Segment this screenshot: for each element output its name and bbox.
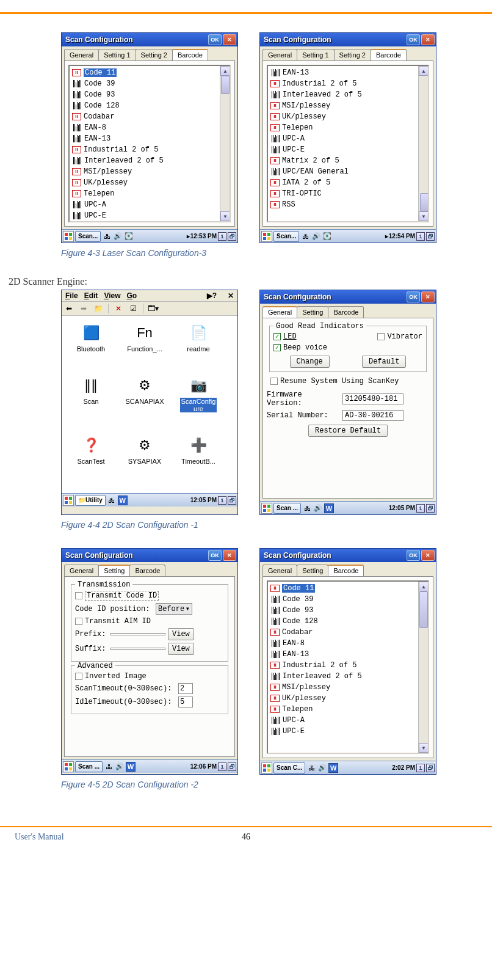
checkbox-inverted[interactable]: Inverted Image bbox=[75, 672, 224, 681]
menu-view[interactable]: View bbox=[104, 291, 120, 300]
taskbar-app[interactable]: Scan ... bbox=[75, 761, 103, 772]
ok-button[interactable]: OK bbox=[208, 550, 222, 561]
checkbox-beep[interactable]: ✓Beep voice bbox=[273, 343, 422, 352]
sip-button[interactable]: 1 bbox=[218, 496, 226, 505]
tray-word-icon[interactable]: W bbox=[328, 763, 338, 773]
tray-icon[interactable]: 🔊 bbox=[317, 763, 327, 773]
menu-go[interactable]: Go bbox=[127, 291, 137, 300]
list-item[interactable]: IIUK/plessey bbox=[269, 111, 427, 122]
list-item[interactable]: Code 39 bbox=[269, 594, 427, 605]
list-item[interactable]: IIUK/plessey bbox=[71, 177, 228, 188]
taskbar-app[interactable]: 📁 Utility bbox=[75, 495, 106, 506]
prefix-input[interactable] bbox=[110, 633, 165, 635]
file-icon[interactable]: 📄readme bbox=[172, 322, 225, 368]
desktop-button[interactable]: 🗗 bbox=[426, 504, 435, 513]
file-icon[interactable]: FnFunction_... bbox=[118, 322, 172, 368]
scroll-thumb[interactable] bbox=[420, 193, 429, 211]
close-button[interactable]: ✕ bbox=[421, 550, 435, 561]
scroll-up-icon[interactable]: ▲ bbox=[220, 66, 230, 76]
view-button[interactable]: View bbox=[168, 643, 194, 655]
start-icon[interactable] bbox=[63, 495, 74, 506]
scroll-down-icon[interactable]: ▼ bbox=[419, 743, 429, 753]
menu-file[interactable]: File bbox=[65, 291, 78, 300]
list-item[interactable]: UPC-E bbox=[269, 726, 427, 737]
up-icon[interactable]: 📁 bbox=[92, 303, 104, 314]
list-item[interactable]: IIMSI/plessey bbox=[269, 100, 427, 111]
tab-setting1[interactable]: Setting 1 bbox=[297, 49, 334, 60]
list-item[interactable]: IIRSS bbox=[269, 199, 427, 210]
close-button[interactable]: ✕ bbox=[223, 34, 236, 45]
tab-setting[interactable]: Setting bbox=[297, 306, 328, 318]
ok-button[interactable]: OK bbox=[407, 291, 420, 302]
file-icon[interactable]: ‖‖Scan bbox=[64, 375, 118, 428]
file-icon[interactable]: ➕TimeoutB... bbox=[172, 434, 225, 481]
menu-edit[interactable]: Edit bbox=[84, 291, 98, 300]
list-item[interactable]: IIMatrix 2 of 5 bbox=[269, 155, 427, 166]
sip-button[interactable]: 1 bbox=[416, 232, 425, 241]
file-icon[interactable]: ⚙SYSAPIAX bbox=[118, 434, 172, 481]
tray-icon[interactable]: 🖧 bbox=[104, 762, 114, 772]
tray-icon[interactable]: 🖧 bbox=[300, 232, 310, 241]
list-item[interactable]: EAN-13 bbox=[269, 649, 427, 660]
scrollbar[interactable]: ▲ ▼ bbox=[418, 582, 428, 753]
tray-icon[interactable]: 🔊 bbox=[113, 232, 123, 241]
tab-barcode[interactable]: Barcode bbox=[328, 306, 364, 318]
close-button[interactable]: ✕ bbox=[223, 550, 236, 561]
tab-setting[interactable]: Setting bbox=[98, 565, 130, 576]
list-item[interactable]: IICodabar bbox=[71, 111, 228, 122]
desktop-button[interactable]: 🗗 bbox=[426, 232, 435, 241]
tab-general[interactable]: General bbox=[64, 49, 99, 60]
checkbox-transmit-aim[interactable]: Transmit AIM ID bbox=[75, 617, 224, 626]
sip-button[interactable]: 1 bbox=[416, 764, 425, 772]
list-item[interactable]: IITelepen bbox=[71, 188, 228, 199]
list-item[interactable]: Code 93 bbox=[71, 89, 228, 100]
list-item[interactable]: Code 39 bbox=[71, 78, 228, 89]
tray-word-icon[interactable]: W bbox=[324, 503, 334, 513]
idletimeout-input[interactable]: 5 bbox=[178, 697, 193, 708]
list-item[interactable]: IIUK/plessey bbox=[269, 693, 427, 704]
start-icon[interactable] bbox=[261, 231, 272, 242]
list-item[interactable]: UPC-E bbox=[269, 144, 427, 155]
scantimeout-input[interactable]: 2 bbox=[178, 683, 193, 694]
desktop-button[interactable]: 🗗 bbox=[426, 764, 435, 772]
taskbar-app[interactable]: Scan ... bbox=[273, 503, 301, 514]
tray-icon[interactable]: 🖧 bbox=[107, 495, 117, 505]
view-button[interactable]: View bbox=[168, 628, 194, 640]
list-item[interactable]: UPC-A bbox=[71, 199, 228, 210]
tab-setting[interactable]: Setting bbox=[297, 565, 328, 576]
list-item[interactable]: Code 93 bbox=[269, 605, 427, 616]
delete-icon[interactable]: ✕ bbox=[112, 303, 125, 314]
sip-button[interactable]: 1 bbox=[416, 504, 425, 513]
scroll-thumb[interactable] bbox=[419, 591, 428, 628]
scrollbar[interactable]: ▲ ▼ bbox=[220, 66, 230, 221]
tray-icon[interactable]: 💽 bbox=[322, 232, 332, 241]
list-item[interactable]: UPC-A bbox=[269, 715, 427, 726]
ok-button[interactable]: OK bbox=[208, 34, 222, 45]
tab-setting2[interactable]: Setting 2 bbox=[136, 49, 173, 60]
list-item[interactable]: Interleaved 2 of 5 bbox=[71, 155, 228, 166]
scroll-up-icon[interactable]: ▲ bbox=[419, 66, 429, 76]
tab-barcode[interactable]: Barcode bbox=[328, 565, 364, 576]
list-item[interactable]: UPC/EAN General bbox=[269, 166, 427, 177]
close-button[interactable]: ✕ bbox=[421, 34, 435, 45]
scroll-down-icon[interactable]: ▼ bbox=[220, 211, 230, 221]
tray-icon[interactable]: 💽 bbox=[124, 232, 134, 241]
tray-icon[interactable]: 🔊 bbox=[311, 232, 321, 241]
close-button[interactable]: ✕ bbox=[421, 291, 435, 302]
tab-general[interactable]: General bbox=[262, 49, 297, 60]
taskbar-app[interactable]: Scan C... bbox=[273, 762, 305, 773]
list-item[interactable]: UPC-E bbox=[71, 210, 228, 221]
sip-button[interactable]: 1 bbox=[218, 762, 226, 771]
start-icon[interactable] bbox=[63, 231, 74, 242]
desktop-button[interactable]: 🗗 bbox=[228, 762, 236, 771]
change-button[interactable]: Change bbox=[290, 356, 330, 368]
scrollbar[interactable]: ▲ ▼ bbox=[418, 66, 428, 221]
list-item[interactable]: IIMSI/plessey bbox=[269, 682, 427, 693]
tray-icon[interactable]: 🔊 bbox=[115, 762, 125, 772]
file-icon[interactable]: ❓ScanTest bbox=[64, 434, 118, 481]
tray-word-icon[interactable]: W bbox=[126, 762, 136, 772]
suffix-input[interactable] bbox=[110, 648, 165, 650]
tray-icon[interactable]: 🖧 bbox=[302, 503, 312, 513]
props-icon[interactable]: ☑ bbox=[127, 303, 139, 314]
scroll-up-icon[interactable]: ▲ bbox=[419, 582, 429, 591]
